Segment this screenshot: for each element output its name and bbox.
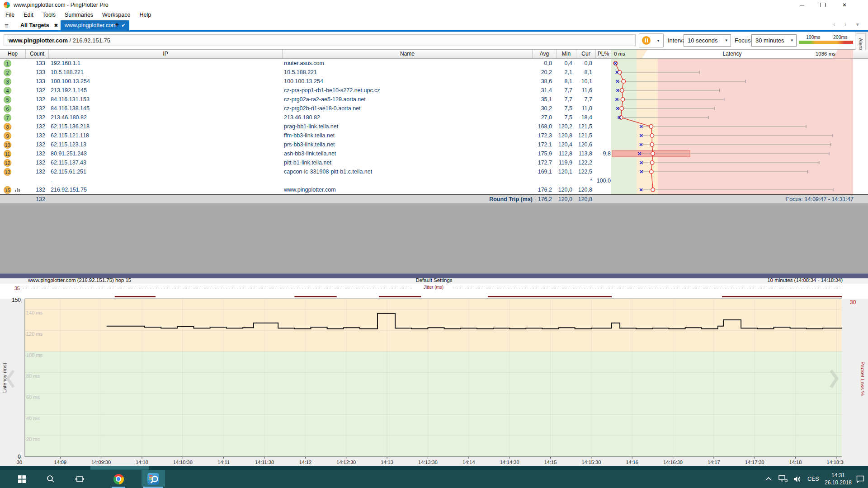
y-axis-min-label: 0 [18, 454, 21, 460]
y-gridline-label: 120 ms [26, 331, 43, 337]
x-axis-tick-label: 14:11:30 [255, 460, 274, 465]
cell-ip: 216.92.151.75 [51, 185, 231, 194]
x-axis-tick-label: 14:18 [789, 460, 802, 465]
y-axis-max-label: 150 [12, 297, 21, 303]
column-header-name[interactable]: Name [283, 50, 533, 58]
cell-name: cz-prg02b-ri1-ae18-0.aorta.net [284, 104, 530, 113]
latency-timeline-graph: 140 ms120 ms100 ms80 ms60 ms40 ms20 ms30… [0, 284, 868, 470]
cell-count: 133 [26, 77, 45, 86]
column-header-avg[interactable]: Avg [533, 50, 557, 58]
cell-count: 132 [26, 113, 45, 122]
task-view-button[interactable] [70, 470, 90, 488]
pingplotter-icon [143, 470, 163, 488]
close-button[interactable]: ✕ [834, 0, 855, 10]
menu-file[interactable]: File [1, 10, 19, 20]
cell-pl: 100,0 [566, 176, 611, 185]
taskbar-chrome-button[interactable] [108, 470, 128, 488]
tab-active-label: www.pingplotter.com [65, 22, 117, 28]
trace-table-header: Hop Count IP Name Avg Min Cur PL% 0 ms L… [0, 50, 868, 59]
x-axis-tick-label: 14:16:30 [663, 460, 683, 465]
taskbar-search-button[interactable] [41, 470, 61, 488]
interval-select[interactable]: 10 seconds▾ [684, 34, 731, 47]
tab-all-targets[interactable]: All Targets ✖ [16, 20, 62, 30]
pingplotter-app-icon [4, 2, 10, 8]
y-gridline-label: 20 ms [26, 436, 40, 442]
hop-number-badge: 6 [4, 105, 11, 113]
cell-pl [566, 122, 611, 131]
avg-latency-marker [649, 125, 653, 128]
cell-name: prag-bb1-link.telia.net [284, 122, 530, 131]
column-header-latency-graph[interactable]: 0 ms Latency 1036 ms [611, 50, 853, 58]
legend-200ms-label: 200ms [833, 34, 848, 40]
avg-latency-marker [622, 80, 625, 83]
timeline-scrollbar-thumb[interactable] [90, 466, 149, 470]
minimize-button[interactable] [792, 0, 812, 10]
hop-number-badge: 4 [4, 87, 11, 94]
focused-hop-graph-icon [14, 188, 21, 192]
menu-tools[interactable]: Tools [38, 10, 60, 20]
chrome-icon [113, 474, 124, 484]
y-gridline-label: 80 ms [26, 373, 40, 379]
right-axis-max-label: 30 [850, 299, 856, 305]
x-axis-tick-label: 14:11 [217, 460, 230, 465]
x-axis-tick-label: 14:17:30 [745, 460, 764, 465]
tray-volume-button[interactable] [793, 470, 807, 488]
column-header-cur[interactable]: Cur [576, 50, 596, 58]
windows-logo-icon [18, 475, 26, 483]
column-header-count[interactable]: Count [26, 50, 49, 58]
hop-number-badge: 15 [4, 186, 11, 194]
hop-number-badge: 1 [4, 60, 11, 67]
summary-cur: 120,8 [547, 195, 592, 204]
new-tab-button[interactable]: + [115, 21, 119, 29]
cell-name: prs-bb3-link.telia.net [284, 140, 530, 149]
tab-scroll-arrows[interactable]: ‹ › ▾ [833, 21, 863, 28]
tray-network-button[interactable] [778, 470, 793, 488]
cell-name: 213.46.180.82 [284, 113, 530, 122]
tab-list-menu-icon[interactable]: ≡ [5, 22, 14, 29]
action-center-button[interactable] [856, 470, 868, 488]
x-axis-tick-label: 14:12 [299, 460, 312, 465]
windows-taskbar: CES 14:31 26.10.2018 [0, 470, 868, 488]
cell-name: 100.100.13.254 [284, 77, 530, 86]
cell-name: pitt-b1-link.telia.net [284, 158, 530, 167]
column-header-min[interactable]: Min [557, 50, 576, 58]
menu-help[interactable]: Help [135, 10, 156, 20]
menu-workspace[interactable]: Workspace [98, 10, 135, 20]
cell-ip: 84.116.131.153 [51, 95, 231, 104]
tab-close-icon[interactable]: ✖ [54, 23, 58, 28]
avg-latency-marker [620, 107, 623, 110]
focus-select[interactable]: 30 minutes▾ [751, 34, 797, 47]
x-axis-tick-label: 14:13 [381, 460, 393, 465]
right-axis-title: Packet Loss % [860, 361, 865, 396]
x-axis-tick-label: 14:15 [544, 460, 557, 465]
tab-active-target[interactable]: www.pingplotter.com ✔ [61, 20, 129, 30]
tray-language-indicator[interactable]: CES [807, 470, 821, 488]
taskbar-pingplotter-button[interactable] [142, 470, 165, 487]
action-center-icon [856, 475, 864, 483]
maximize-button[interactable] [812, 0, 833, 10]
x-axis-tick-label: 14:09:30 [91, 460, 111, 465]
cell-ip: 84.116.138.145 [51, 104, 231, 113]
start-button[interactable] [12, 470, 32, 488]
network-icon [778, 475, 788, 483]
pause-dropdown-button[interactable]: ▾ [653, 33, 664, 47]
speaker-icon [793, 475, 802, 483]
hop-number-badge: 10 [4, 141, 11, 149]
target-address: www.pingplotter.com / 216.92.151.75 [4, 34, 636, 46]
menu-summaries[interactable]: Summaries [60, 10, 98, 20]
tray-show-hidden-icons[interactable] [765, 470, 778, 488]
column-header-pl[interactable]: PL% [596, 50, 611, 58]
pause-icon [642, 36, 651, 45]
column-header-ip[interactable]: IP [49, 50, 283, 58]
hop-number-badge: 7 [4, 114, 11, 122]
latency-color-legend: 100ms 200ms [799, 34, 853, 46]
cell-count: 133 [26, 59, 45, 68]
column-header-hop[interactable]: Hop [0, 50, 26, 58]
toolbar: www.pingplotter.com / 216.92.151.75 ▾ In… [0, 32, 868, 50]
title-bar: www.pingplotter.com - PingPlotter Pro ✕ [0, 0, 868, 10]
menu-edit[interactable]: Edit [19, 10, 38, 20]
cell-ip: 213.192.1.145 [51, 86, 231, 95]
pause-button[interactable] [639, 33, 654, 47]
tray-clock[interactable]: 14:31 26.10.2018 [821, 472, 855, 486]
cell-ip: 213.46.180.82 [51, 113, 231, 122]
